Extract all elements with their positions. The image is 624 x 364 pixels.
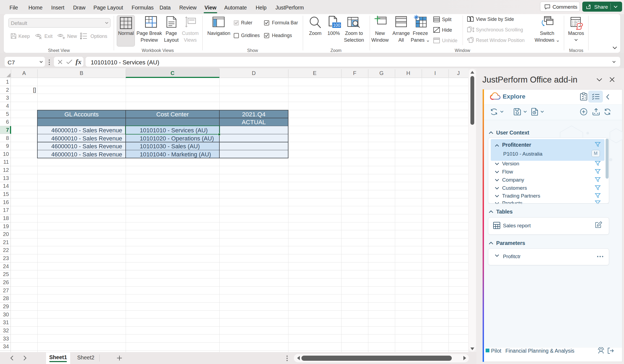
svg-text:100: 100 [333, 23, 340, 28]
